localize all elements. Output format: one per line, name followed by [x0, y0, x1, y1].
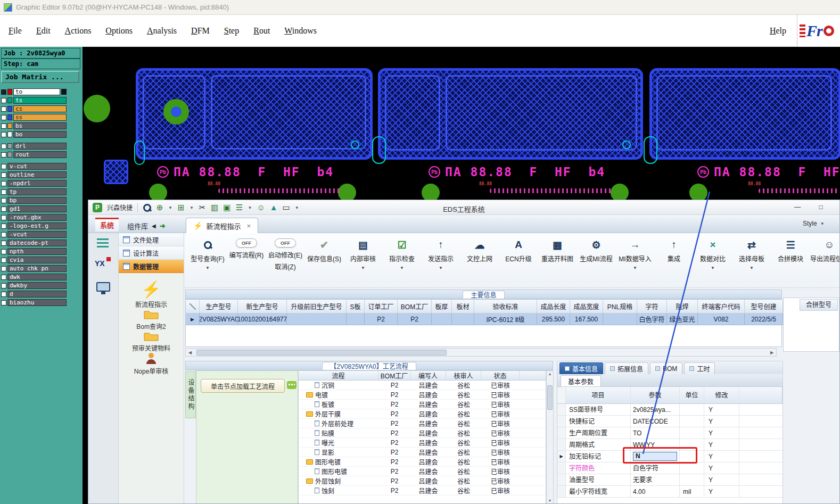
process-tree-cell[interactable]: 图形电镀 [299, 457, 378, 466]
layer-color-swatch[interactable] [7, 143, 12, 149]
process-row[interactable]: 图形电镀 P2 吕建会 谷松 已审核 [299, 457, 546, 467]
ribbon-button[interactable]: → MI数据导入 ▼ [617, 238, 653, 287]
column-header[interactable]: 终端客户代码 [698, 300, 745, 313]
ribbon-button[interactable]: ▦ 重选开料图 ▼ [539, 238, 575, 287]
layer-name[interactable]: dwk [7, 274, 67, 280]
layer-row[interactable]: cs [1, 105, 67, 113]
layer-color-swatch[interactable] [7, 97, 12, 103]
layer-row[interactable]: biaozhu [1, 299, 67, 307]
process-row[interactable]: 图形电镀 P2 吕建会 谷松 已审核 [299, 467, 546, 476]
layer-row[interactable]: bp [1, 196, 67, 204]
layer-row[interactable]: -rout.gbx [1, 213, 67, 221]
parameter-row[interactable]: 快捷标记 DATECODE Y [557, 416, 783, 427]
layer-color-swatch[interactable] [7, 123, 12, 129]
main-info-row[interactable]: 2V0825WYA010010200164977P2P2IPC-6012 Ⅱ级2… [200, 313, 783, 325]
layer-name[interactable]: -npdrl [7, 180, 67, 187]
chevron-down-icon[interactable]: ▼ [439, 266, 443, 270]
yx-logo[interactable]: YX [95, 257, 112, 270]
column-header[interactable]: 参数 [631, 387, 680, 403]
process-row[interactable]: 外层蚀刻 P2 吕建会 谷松 已审核 [299, 476, 546, 486]
tab-device-structure[interactable]: 设备结构 [185, 371, 196, 418]
layer-name[interactable]: datecode-pt [7, 239, 67, 246]
shortcut-item[interactable]: Nope单审核 [119, 352, 184, 375]
layer-row[interactable]: drl [1, 142, 67, 150]
process-tree-cell[interactable]: 显影 [299, 448, 378, 457]
layer-row[interactable]: datecode-pt [1, 239, 67, 247]
menu-item[interactable]: Edit [36, 26, 51, 36]
param-value[interactable]: DATECODE [631, 416, 680, 427]
layer-visibility-checkbox[interactable] [1, 215, 6, 220]
parameter-row[interactable]: 字符颜色 白色字符 Y [557, 462, 783, 474]
column-header[interactable]: 板材 [452, 300, 474, 313]
column-header[interactable]: 成品宽度 [570, 300, 603, 313]
process-row[interactable]: 蚀刻 P2 吕建会 谷松 已审核 [299, 486, 546, 495]
chevron-down-icon[interactable]: ▼ [711, 266, 715, 270]
tab-system[interactable]: 系统 [95, 218, 119, 232]
process-flow-tab[interactable]: 【2V0825WYA0】工艺流程 [322, 362, 416, 370]
horizontal-scrollbar[interactable]: ◀ ▶ [185, 348, 777, 357]
tab-component-library[interactable]: 组件库 ◀ ➜ [122, 219, 171, 232]
column-header[interactable]: BOM工厂 [398, 300, 432, 313]
layer-name[interactable]: auto_chk_pn [7, 265, 67, 272]
param-value[interactable]: 2v0825wya... [631, 404, 680, 415]
style-dropdown[interactable]: Style ▼ [803, 220, 825, 227]
layer-row[interactable]: cvia [1, 256, 67, 264]
column-header[interactable]: 修改 [704, 387, 739, 403]
layer-row[interactable]: v-cut [1, 162, 67, 170]
model-search-button[interactable]: 型号查询(F) ▼ [190, 238, 226, 287]
layer-name[interactable]: cs [13, 105, 67, 112]
process-row[interactable]: 沉铜 P2 吕建会 谷松 已审核 [299, 381, 546, 390]
table-cell[interactable]: P2 [398, 313, 432, 325]
process-tree-cell[interactable]: 贴膜 [299, 428, 378, 437]
chevron-down-icon[interactable]: ▼ [633, 266, 637, 270]
column-header[interactable]: 编写人 [410, 371, 446, 380]
user-icon[interactable]: ☺ [257, 203, 265, 212]
parameter-row[interactable]: 最小字符线宽 4.00 mil Y [557, 486, 783, 498]
layer-name[interactable]: bp [7, 197, 67, 204]
layer-visibility-checkbox[interactable] [1, 198, 6, 203]
layer-visibility-checkbox[interactable] [1, 123, 6, 129]
layer-name[interactable]: dwkby [7, 282, 67, 289]
layer-name[interactable]: npth [7, 248, 67, 255]
copy-icon[interactable]: ▣ [223, 203, 230, 212]
chevron-down-icon[interactable]: ▼ [361, 266, 365, 270]
layer-name[interactable]: biaozhu [7, 299, 67, 306]
layer-visibility-checkbox[interactable] [1, 144, 6, 149]
process-tree-cell[interactable]: 电镀 [299, 390, 378, 399]
column-header[interactable]: 流程 [299, 371, 378, 380]
layer-visibility-checkbox[interactable] [1, 283, 6, 288]
shortcut-item[interactable]: ⚡ 新流程指示 [119, 282, 184, 309]
off-toggle[interactable]: OFF [236, 238, 257, 247]
chart-icon[interactable]: ▲ [270, 203, 278, 212]
layer-name[interactable]: d [7, 291, 67, 298]
layer-visibility-checkbox[interactable] [1, 115, 6, 120]
layer-name[interactable]: -vcut [7, 231, 67, 238]
layer-color-swatch[interactable] [7, 131, 12, 137]
cancel-button[interactable]: 取消(Z) [275, 262, 295, 271]
column-header[interactable]: S板 [347, 300, 365, 313]
layer-row[interactable]: -vcut [1, 230, 67, 238]
open-icon[interactable]: ➜ [160, 222, 166, 230]
ribbon-button[interactable]: ⚙ 生成MI流程 ▼ [578, 238, 614, 287]
value-input[interactable]: N [633, 452, 677, 461]
chevron-down-icon[interactable]: ▼ [205, 266, 210, 270]
table-cell[interactable]: 167.500 [570, 313, 603, 325]
layer-visibility-checkbox[interactable] [1, 224, 6, 229]
layer-name[interactable]: outline [7, 171, 67, 178]
search-icon[interactable] [143, 203, 151, 212]
table-cell[interactable] [432, 313, 452, 325]
layer-name[interactable]: -rout.gbx [7, 214, 67, 221]
process-tree-cell[interactable]: 外层干膜 [299, 409, 378, 418]
chevron-down-icon[interactable]: ▼ [400, 266, 404, 270]
layer-name[interactable]: gd1 [7, 205, 67, 212]
menu-item[interactable]: Step [224, 26, 239, 36]
column-header[interactable]: BOM工厂 [378, 371, 410, 380]
layer-visibility-checkbox[interactable] [1, 152, 6, 158]
scroll-left-icon[interactable]: ◀ [186, 350, 194, 355]
layer-color-swatch[interactable] [7, 89, 12, 95]
film-icon[interactable]: ▥ [211, 203, 218, 212]
properties-tab[interactable]: 基本信息 [559, 362, 603, 374]
layer-row[interactable]: bo [1, 130, 67, 138]
menu-item-help[interactable]: Help [770, 26, 786, 36]
chevron-down-icon[interactable]: ▼ [750, 266, 754, 270]
